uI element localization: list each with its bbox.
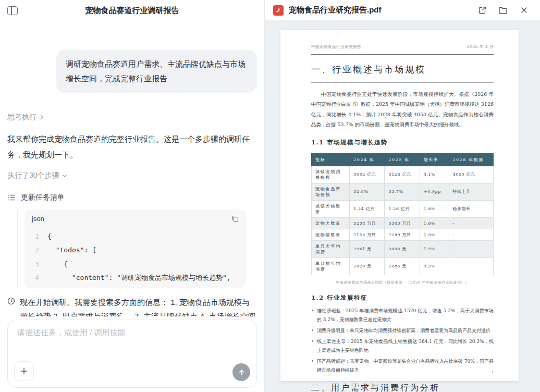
divider — [311, 54, 494, 55]
chat-header: 宠物食品赛道行业调研报告 — [0, 0, 264, 21]
table-cell: 3.2% — [420, 258, 449, 275]
table-cell: 单只犬年均消费 — [312, 240, 350, 258]
table-header-cell: 2028 年预测 — [449, 153, 493, 166]
code-text: "content": "调研宠物食品市场规模与增长趋势", — [47, 271, 231, 285]
table-cell: 1.8% — [420, 200, 449, 217]
code-text: { — [47, 230, 52, 244]
code-text: "todos": [ — [47, 243, 96, 258]
table-cell: 城镇宠物消费规模 — [312, 166, 350, 183]
table-cell: 4050 亿元 — [449, 166, 493, 183]
list-item: 国产品牌崛起：乖宝宠物、中宠股份等龙头企业自有品牌收入占比突破 70%，国产品牌… — [311, 357, 494, 375]
table-header-cell: 增长率 — [420, 153, 449, 166]
code-header: json — [24, 210, 246, 227]
table-cell: 1.26 亿只 — [385, 200, 420, 217]
chat-panel: 宠物食品赛道行业调研报告 调研宠物食品赛道用户需求、主流品牌优缺点与市场增长空间… — [0, 0, 265, 392]
thinking-label: 思考执行 — [7, 113, 36, 122]
thinking-toggle[interactable]: 思考执行 — [7, 113, 257, 122]
subsection-heading-1-1: 1.1 市场规模与增长趋势 — [311, 139, 494, 146]
table-cell: 52.8% — [350, 183, 385, 200]
chevron-down-icon — [62, 173, 68, 179]
table-row: 宠物犬数量 5258 万只 5343 万只 1.6% - — [312, 217, 494, 229]
assistant-message: 我来帮你完成宠物食品赛道的完整行业报告。这是一个多步骤的调研任务，我先规划一下。 — [7, 131, 261, 163]
pdf-page: 中国宠物食品行业研究报告 2026 年 4 月 一、行业概述与市场规模 中国宠物… — [280, 30, 519, 381]
table-cell: 宠物犬数量 — [312, 217, 350, 229]
code-wrapper: json 1{ 2 "todos": [ 3 { 4 "content": "调… — [17, 210, 257, 288]
table-cell: 1.6% — [420, 217, 449, 229]
page-number: 1 — [491, 370, 494, 374]
table-cell: - — [449, 258, 493, 275]
file-name: 宠物食品行业研究报告.pdf — [289, 5, 382, 15]
table-cell: +0.9pp — [420, 183, 449, 200]
table-row: 城镇犬猫数量 1.24 亿只 1.26 亿只 1.8% 稳步增长 — [312, 200, 494, 217]
table-cell: 宠物猫数量 — [312, 229, 350, 240]
table-cell: 3006 元 — [385, 240, 420, 258]
send-button[interactable] — [232, 363, 250, 381]
composer — [7, 320, 257, 388]
table-row: 单只犬年均消费 2961 元 3006 元 1.5% - — [312, 240, 494, 258]
plus-icon — [20, 367, 28, 375]
chat-title: 宠物食品赛道行业调研报告 — [0, 6, 264, 16]
code-line: 4 "content": "调研宠物食品市场规模与增长趋势", — [32, 271, 239, 285]
open-external-button[interactable] — [474, 3, 490, 18]
table-header-cell: 指标 — [312, 153, 350, 166]
table-cell: 7289 万只 — [385, 229, 420, 240]
user-message-bubble: 调研宠物食品赛道用户需求、主流品牌优缺点与市场增长空间，完成完整行业报告 — [56, 50, 257, 93]
task-update-label: 更新任务清单 — [21, 193, 65, 202]
close-button[interactable] — [516, 3, 532, 18]
market-indicators-table: 指标 2024 年 2025 年 增长率 2028 年预测 城镇宠物消费规模 3… — [311, 153, 494, 275]
list-item: 消费升级明显：单只宠物年均消费额持续创新高，消费者愿意为高品质产品支付溢价 — [311, 326, 494, 336]
table-cell: 53.7% — [385, 183, 420, 200]
code-line: 1{ — [32, 230, 239, 244]
code-text: { — [47, 258, 68, 272]
section-heading-1: 一、行业概述与市场规模 — [311, 64, 494, 76]
table-header-row: 指标 2024 年 2025 年 增长率 2028 年预测 — [312, 153, 494, 166]
line-number: 3 — [32, 258, 39, 272]
table-cell: - — [449, 240, 493, 258]
table-cell: 宠物食品市场份额 — [312, 183, 350, 200]
table-cell: 3126 亿元 — [385, 166, 420, 183]
steps-toggle[interactable]: 执行了30个步骤 — [7, 171, 257, 180]
list-item: 猫经济崛起：2025 年猫消费市场规模达 1520 亿元，增速 5.2%，高于犬… — [311, 307, 494, 325]
code-line: 2 "todos": [ — [32, 243, 239, 258]
table-cell: 4.1% — [420, 166, 449, 183]
attach-button[interactable] — [14, 361, 34, 381]
folder-button[interactable] — [495, 3, 511, 18]
industry-features-list: 猫经济崛起：2025 年猫消费市场规模达 1520 亿元，增速 5.2%，高于犬… — [311, 307, 494, 375]
table-cell: 城镇犬猫数量 — [312, 200, 350, 217]
line-number: 4 — [32, 271, 39, 285]
table-row: 单只猫年均消费 2020 元 2085 元 3.2% - — [312, 258, 494, 275]
table-cell: 1.24 亿只 — [350, 200, 385, 217]
code-line: 3 { — [32, 258, 239, 272]
copy-icon[interactable] — [231, 215, 239, 222]
table-row: 宠物猫数量 7153 万只 7289 万只 1.9% - — [312, 229, 494, 240]
table-cell: 5258 万只 — [350, 217, 385, 229]
subsection-heading-1-2: 1.2 行业发展特征 — [311, 294, 494, 302]
list-item: 线上渠道主导：2025 年宠物食品线上销售额达 364.1 亿元，同比增长 20… — [311, 337, 494, 356]
task-input[interactable] — [8, 320, 256, 357]
viewer-body[interactable]: 中国宠物食品行业研究报告 2026 年 4 月 一、行业概述与市场规模 中国宠物… — [265, 21, 540, 392]
code-body: 1{ 2 "todos": [ 3 { 4 "content": "调研宠物食品… — [24, 227, 246, 288]
divider — [311, 82, 494, 83]
table-cell: 1.9% — [420, 229, 449, 240]
table-row: 城镇宠物消费规模 3002 亿元 3126 亿元 4.1% 4050 亿元 — [312, 166, 494, 183]
pdf-viewer-panel: 宠物食品行业研究报告.pdf 中 — [265, 0, 540, 392]
pdf-running-header: 中国宠物食品行业研究报告 2026 年 4 月 — [311, 44, 494, 50]
app: 宠物食品赛道行业调研报告 调研宠物食品赛道用户需求、主流品牌优缺点与市场增长空间… — [0, 0, 540, 392]
table-cell: 2020 元 — [350, 258, 385, 275]
task-update-row: 更新任务清单 — [7, 193, 257, 202]
close-icon — [520, 6, 528, 14]
code-block: json 1{ 2 "todos": [ 3 { 4 "content": "调… — [24, 210, 246, 288]
code-language-label: json — [32, 215, 44, 223]
task-list-icon — [7, 193, 16, 202]
section-heading-2: 二、用户需求与消费行为分析 — [311, 383, 494, 392]
table-cell: - — [449, 229, 493, 240]
running-header-left: 中国宠物食品行业研究报告 — [311, 44, 361, 50]
line-number: 5 — [32, 285, 39, 288]
line-number: 1 — [32, 230, 39, 244]
table-cell: 2961 元 — [350, 240, 385, 258]
send-arrow-icon — [238, 369, 246, 376]
table-cell: - — [449, 217, 493, 229]
code-line: 5 "priority": "high", — [32, 285, 239, 288]
viewer-toolbar: 宠物食品行业研究报告.pdf — [265, 0, 540, 21]
table-cell: 单只猫年均消费 — [312, 258, 350, 275]
